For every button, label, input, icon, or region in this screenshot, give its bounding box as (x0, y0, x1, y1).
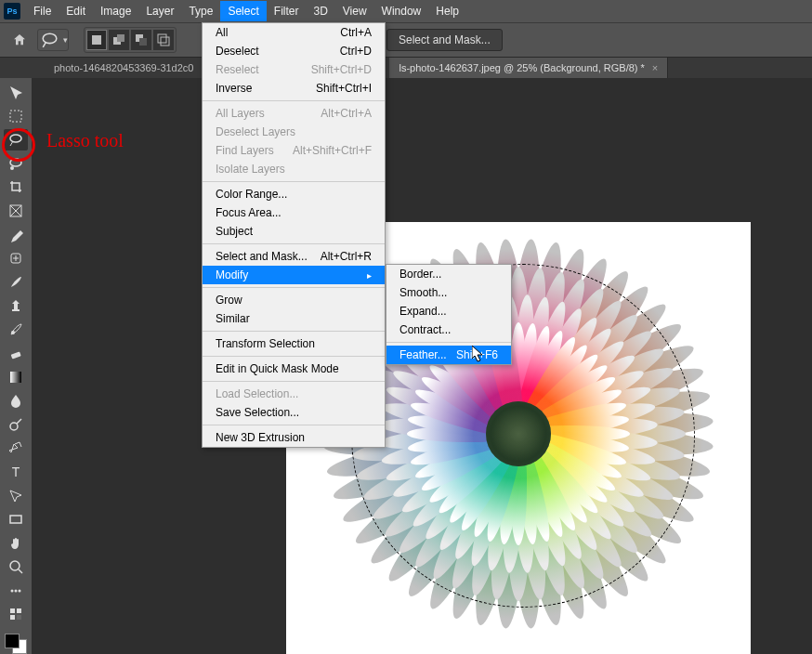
modify-submenu: Border...Smooth...Expand...Contract...Fe… (386, 264, 512, 365)
tool-eraser[interactable] (4, 343, 28, 364)
document-tabs: photo-1464820453369-31d2c0 ls-photo-1462… (0, 58, 812, 78)
menu-item-all[interactable]: AllCtrl+A (203, 23, 385, 42)
menu-item-similar[interactable]: Similar (203, 309, 385, 328)
menu-item-modify[interactable]: Modify (203, 266, 385, 284)
svg-rect-7 (161, 37, 169, 46)
tab-label: ls-photo-1462637.jpeg @ 25% (Background,… (399, 62, 644, 73)
svg-rect-18 (11, 352, 21, 360)
close-icon[interactable]: × (652, 62, 658, 73)
color-swatch[interactable] (5, 634, 27, 654)
menu-item-deselect[interactable]: DeselectCtrl+D (203, 42, 385, 60)
tool-eyedropper[interactable] (4, 224, 28, 245)
menu-item-isolate-layers: Isolate Layers (203, 160, 385, 178)
svg-rect-30 (17, 608, 21, 613)
svg-point-28 (19, 589, 21, 592)
menu-item-smooth[interactable]: Smooth... (386, 283, 511, 302)
menu-item-select-and-mask[interactable]: Select and Mask...Alt+Ctrl+R (203, 247, 385, 266)
menu-item-contract[interactable]: Contract... (386, 320, 511, 339)
menu-item-find-layers: Find LayersAlt+Shift+Ctrl+F (203, 141, 385, 160)
tool-pen[interactable] (4, 438, 28, 459)
tool-brush[interactable] (4, 271, 28, 293)
menu-edit[interactable]: Edit (59, 1, 93, 21)
svg-rect-5 (139, 38, 147, 46)
svg-line-21 (17, 419, 21, 424)
cursor-icon (472, 346, 485, 366)
menu-help[interactable]: Help (428, 1, 466, 21)
menu-filter[interactable]: Filter (267, 1, 307, 21)
tool-crop[interactable] (4, 177, 28, 198)
tool-preset-picker[interactable]: ▾ (37, 29, 69, 51)
annotation-circle (2, 128, 35, 162)
tab-label: photo-1464820453369-31d2c0 (54, 62, 193, 73)
svg-rect-3 (117, 34, 124, 42)
menu-item-feather[interactable]: Feather...Shift+F6 (386, 346, 511, 364)
annotation-label: Lasso tool (46, 130, 124, 151)
svg-text:T: T (12, 464, 20, 479)
menu-item-edit-in-quick-mask-mode[interactable]: Edit in Quick Mask Mode (203, 360, 385, 378)
menu-select[interactable]: Select (220, 1, 266, 21)
menu-item-new-3d-extrusion[interactable]: New 3D Extrusion (203, 428, 385, 447)
menu-layer[interactable]: Layer (138, 1, 181, 21)
tab-document-2[interactable]: ls-photo-1462637.jpeg @ 25% (Background,… (389, 58, 668, 78)
menu-item-save-selection[interactable]: Save Selection... (203, 403, 385, 422)
tool-ellipsis[interactable] (4, 580, 28, 601)
svg-line-25 (19, 569, 22, 573)
tool-zoom[interactable] (4, 556, 28, 578)
svg-point-11 (10, 166, 14, 170)
svg-rect-19 (10, 372, 21, 383)
menu-item-load-selection: Load Selection... (203, 385, 385, 403)
tool-gradient[interactable] (4, 367, 28, 388)
tool-rectangle[interactable] (4, 509, 28, 530)
svg-rect-1 (92, 35, 101, 45)
workspace: T (0, 78, 812, 654)
menu-window[interactable]: Window (374, 1, 429, 21)
selection-add-icon[interactable] (109, 30, 129, 50)
tool-hand[interactable] (4, 532, 28, 554)
menu-item-color-range[interactable]: Color Range... (203, 185, 385, 203)
svg-point-27 (15, 589, 18, 592)
menu-item-all-layers: All LayersAlt+Ctrl+A (203, 104, 385, 123)
menu-3d[interactable]: 3D (306, 1, 334, 21)
menu-item-reselect: ReselectShift+Ctrl+D (203, 60, 385, 79)
svg-point-26 (11, 589, 14, 592)
tools-panel: T (0, 78, 32, 654)
tool-dodge[interactable] (4, 414, 28, 436)
svg-rect-8 (10, 111, 21, 122)
menu-item-inverse[interactable]: InverseShift+Ctrl+I (203, 79, 385, 98)
tool-frame[interactable] (4, 201, 28, 222)
menu-image[interactable]: Image (93, 1, 138, 21)
selection-mode-group (84, 27, 177, 53)
home-icon[interactable] (7, 29, 32, 51)
tool-history-brush[interactable] (4, 319, 28, 340)
selection-new-icon[interactable] (86, 30, 107, 50)
select-and-mask-button[interactable]: Select and Mask... (386, 29, 503, 51)
options-bar: ▾ Select and Mask... (0, 22, 812, 58)
tool-path-select[interactable] (4, 485, 28, 506)
menu-item-border[interactable]: Border... (386, 265, 511, 283)
menu-view[interactable]: View (335, 1, 374, 21)
app-logo: Ps (4, 3, 20, 20)
svg-rect-31 (10, 615, 15, 620)
svg-rect-29 (10, 608, 15, 613)
svg-point-24 (10, 561, 20, 570)
svg-point-17 (11, 331, 15, 334)
tool-type[interactable]: T (4, 462, 28, 483)
tool-healing[interactable] (4, 248, 28, 269)
tool-blur[interactable] (4, 390, 28, 412)
menu-file[interactable]: File (26, 1, 59, 21)
menu-item-subject[interactable]: Subject (203, 222, 385, 241)
selection-subtract-icon[interactable] (131, 30, 151, 50)
select-menu-dropdown: AllCtrl+ADeselectCtrl+DReselectShift+Ctr… (202, 22, 386, 448)
tool-clone[interactable] (4, 295, 28, 317)
tab-document-1[interactable]: photo-1464820453369-31d2c0 (45, 58, 203, 78)
menu-item-focus-area[interactable]: Focus Area... (203, 203, 385, 222)
tool-marquee[interactable] (4, 106, 28, 127)
selection-intersect-icon[interactable] (153, 30, 174, 50)
svg-rect-32 (17, 615, 21, 620)
menu-item-transform-selection[interactable]: Transform Selection (203, 334, 385, 353)
tool-move[interactable] (4, 82, 28, 103)
menu-type[interactable]: Type (181, 1, 220, 21)
menu-item-expand[interactable]: Expand... (386, 302, 511, 320)
tool-edit-toolbar[interactable] (4, 604, 28, 625)
menu-item-grow[interactable]: Grow (203, 291, 385, 309)
